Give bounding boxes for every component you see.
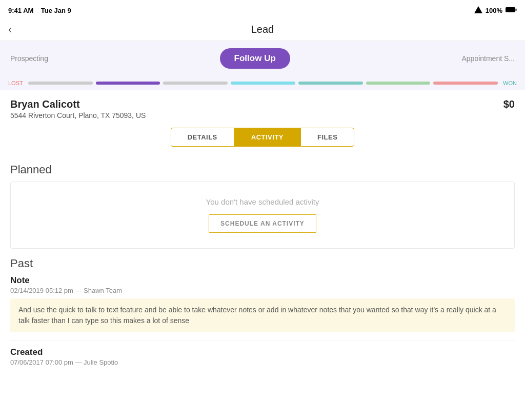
tabs-container: DETAILS ACTIVITY FILES	[0, 122, 525, 153]
back-button[interactable]: ‹	[8, 23, 12, 36]
won-label: WON	[503, 80, 517, 86]
svg-marker-0	[474, 6, 482, 13]
tab-files[interactable]: FILES	[300, 128, 354, 147]
activity-meta-note: 02/14/2019 05:12 pm — Shawn Team	[10, 287, 515, 294]
stage-right-label: Appointment S...	[461, 54, 515, 63]
nav-title: Lead	[251, 24, 274, 35]
activity-note-text: And use the quick to talk to text featur…	[10, 298, 515, 332]
progress-row: LOST WON	[0, 76, 525, 90]
status-bar: 9:41 AM Tue Jan 9 100%	[0, 0, 525, 18]
stage-left-label: Prospecting	[10, 54, 48, 63]
lead-name: Bryan Calicott	[10, 98, 146, 110]
planned-box: You don't have scheduled activity SCHEDU…	[10, 182, 515, 249]
activity-entry-created: Created 07/06/2017 07:00 pm — Julie Spot…	[10, 347, 515, 366]
tab-activity[interactable]: ACTIVITY	[234, 128, 300, 147]
planned-title: Planned	[10, 163, 515, 176]
tab-details[interactable]: DETAILS	[171, 128, 234, 147]
activity-meta-created: 07/06/2017 07:00 pm — Julie Spotio	[10, 358, 515, 366]
schedule-activity-button[interactable]: SCHEDULE AN ACTIVITY	[209, 214, 316, 233]
activity-entry-note: Note 02/14/2019 05:12 pm — Shawn Team An…	[10, 275, 515, 332]
past-section: Past Note 02/14/2019 05:12 pm — Shawn Te…	[10, 257, 515, 366]
progress-seg-2	[96, 82, 160, 85]
svg-rect-1	[506, 7, 515, 12]
battery-percent: 100%	[486, 7, 502, 14]
progress-seg-6	[366, 82, 431, 85]
progress-seg-5	[298, 82, 363, 85]
progress-seg-4	[231, 82, 295, 85]
status-time: 9:41 AM Tue Jan 9	[8, 7, 71, 14]
lead-info: Bryan Calicott 5544 Riverton Court, Plan…	[0, 90, 525, 122]
signal-icon	[474, 6, 482, 15]
battery-icon	[506, 7, 517, 14]
nav-bar: ‹ Lead	[0, 18, 525, 41]
main-content: Planned You don't have scheduled activit…	[0, 153, 525, 378]
past-title: Past	[10, 257, 515, 270]
stage-active-button[interactable]: Follow Up	[220, 48, 290, 69]
status-right: 100%	[474, 6, 517, 15]
lost-label: LOST	[8, 80, 23, 86]
stage-bar: Prospecting Follow Up Appointment S...	[0, 41, 525, 76]
planned-empty-text: You don't have scheduled activity	[21, 197, 504, 206]
lead-details: Bryan Calicott 5544 Riverton Court, Plan…	[10, 98, 146, 119]
lead-amount: $0	[503, 98, 515, 110]
day-text: Tue Jan 9	[41, 7, 71, 14]
svg-rect-2	[516, 8, 517, 11]
divider	[10, 341, 515, 341]
progress-seg-3	[163, 82, 228, 85]
progress-seg-7	[433, 82, 498, 85]
time-text: 9:41 AM	[8, 7, 33, 14]
activity-type-note: Note	[10, 275, 515, 286]
lead-address: 5544 Riverton Court, Plano, TX 75093, US	[10, 111, 146, 119]
activity-type-created: Created	[10, 347, 515, 357]
progress-seg-1	[28, 82, 93, 85]
